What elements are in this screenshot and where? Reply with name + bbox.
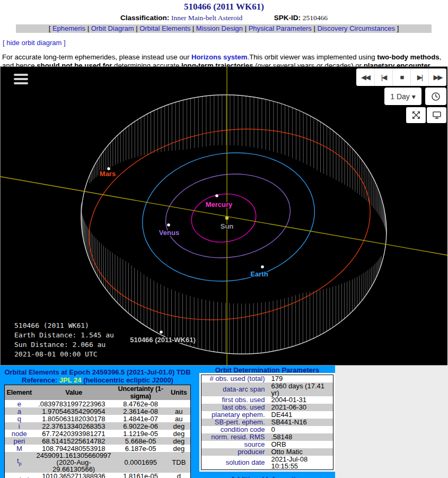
nav-link-mission-design[interactable]: Mission Design: [196, 24, 243, 32]
time-rate-dropdown[interactable]: 1 Day ▾: [384, 88, 421, 105]
element-name: peri: [5, 437, 34, 445]
nav-link-discovery-circumstances[interactable]: Discovery Circumstances: [317, 24, 395, 32]
parameter-label: first obs. used: [201, 396, 269, 404]
element-units: deg: [168, 437, 191, 445]
step-forward-button[interactable]: ▶|: [410, 68, 428, 86]
orbital-element-row: e.083978319972239638.4762e-08: [5, 400, 191, 407]
venus-label: Venus: [159, 229, 179, 237]
orbital-element-row: i22.376133402683536.9022e-06deg: [5, 422, 191, 430]
step-forward-icon: ▶|: [417, 73, 422, 81]
nav-link-orbit-diagram[interactable]: Orbit Diagram: [91, 24, 134, 32]
mars-label: Mars: [100, 170, 116, 178]
parameter-label: condition code: [201, 426, 269, 433]
orbit-determination-row: SB-pert. ephem.SB441-N16: [201, 419, 333, 426]
page-title: 510466 (2011 WK61): [0, 0, 448, 12]
element-uncertainty: 6.9022e-06: [114, 422, 168, 430]
nav-link-ephemeris[interactable]: Ephemeris: [52, 24, 85, 32]
hide-orbit-diagram-link[interactable]: [ hide orbit diagram ]: [3, 39, 66, 47]
monitor-icon: [432, 111, 442, 119]
orbital-elements-table: Element Value Uncertainty (1-sigma) Unit…: [4, 385, 191, 478]
sun-dot: [225, 216, 229, 220]
mercury-orbit-ellipse: [188, 190, 259, 246]
view-controls: [405, 107, 446, 123]
element-value: 1010.3652713889362.77: [34, 473, 114, 478]
column-header-value: Value: [34, 385, 114, 401]
step-back-button[interactable]: |◀: [374, 68, 392, 86]
orbit-determination-row: # obs. used (total)179: [201, 375, 333, 383]
canvas-info-line: 2021-08-01 00:00 UTC: [14, 350, 114, 359]
element-units: deg: [168, 430, 191, 437]
stop-button[interactable]: ■: [392, 68, 410, 86]
orbit-determination-column: Orbit Determination Parameters # obs. us…: [200, 366, 334, 478]
element-uncertainty: 5.668e-05: [114, 437, 168, 445]
fullscreen-button[interactable]: [406, 107, 426, 123]
element-value: 108.7942480553918: [34, 445, 114, 452]
mercury-dot: [215, 194, 218, 197]
element-uncertainty: 1.4841e-07: [114, 415, 168, 422]
element-uncertainty: 1.1219e-05: [114, 430, 168, 437]
bottom-section: Orbital Elements at Epoch 2459396.5 (202…: [0, 366, 448, 478]
orbit-diagram-canvas[interactable]: Sun Mercury Venus Earth Mars 510466 (201…: [0, 66, 447, 366]
orbital-elements-reference: Reference: JPL 24 (heliocentric ecliptic…: [4, 376, 191, 384]
orbit-diagram-svg[interactable]: Sun Mercury Venus Earth Mars 510466 (201…: [1, 67, 447, 365]
parameter-label: solution date: [201, 456, 269, 470]
element-value: .08397831997223963: [34, 400, 114, 407]
orbital-element-row: period1010.3652713889362.771.8161e-054.9…: [5, 473, 191, 478]
orbit-determination-row: first obs. used2004-01-31: [201, 396, 333, 404]
spkid-value: 2510466: [303, 14, 328, 22]
fast-rewind-button[interactable]: ◀◀: [356, 68, 374, 86]
orbital-elements-header-row: Element Value Uncertainty (1-sigma) Unit…: [5, 385, 191, 401]
venus-orbit-ellipse: [160, 166, 295, 265]
asteroid-label: 510466 (2011 WK61): [130, 336, 196, 344]
classification-line: Classification: Inner Main-belt Asteroid…: [0, 14, 448, 22]
element-uncertainty: 0.0001695: [114, 452, 168, 473]
notice-bold-text: two-body methods: [377, 53, 439, 61]
parameter-label: planetary ephem.: [201, 411, 269, 419]
classification-label: Classification:: [120, 14, 169, 22]
element-name: e: [5, 400, 34, 407]
parameter-value: SB441-N16: [269, 419, 333, 426]
column-header-uncertainty: Uncertainty (1-sigma): [114, 385, 168, 401]
orbit-determination-row: planetary ephem.DE441: [201, 411, 333, 419]
horizons-system-link[interactable]: Horizons system: [191, 53, 248, 61]
orbit-determination-table: # obs. used (total)179data-arc span6360 …: [201, 375, 333, 470]
element-uncertainty: 2.3614e-08: [114, 407, 168, 415]
orbit-determination-row: data-arc span6360 days (17.41 yr): [201, 383, 333, 396]
nav-link-physical-parameters[interactable]: Physical Parameters: [249, 24, 312, 32]
set-time-button[interactable]: [425, 88, 446, 105]
playback-controls: ◀◀ |◀ ■ ▶| ▶▶: [356, 68, 446, 86]
hide-orbit-diagram-wrapper: [ hide orbit diagram ]: [3, 39, 448, 47]
orbit-determination-row: sourceORB: [201, 441, 333, 448]
parameter-value: .58148: [269, 433, 333, 441]
element-value: 2459091.161305660997(2020-Aug-29.6613056…: [34, 452, 114, 473]
parameter-value: ORB: [269, 441, 333, 448]
fast-forward-icon: ▶▶: [434, 73, 442, 81]
jpl-solution-link[interactable]: JPL 24: [59, 376, 82, 384]
orbital-elements-column: Orbital Elements at Epoch 2459396.5 (202…: [4, 368, 191, 478]
clock-icon: [431, 92, 441, 101]
menu-hamburger-icon[interactable]: [14, 74, 28, 86]
parameter-value: Otto Matic: [269, 448, 333, 456]
parameter-value: 2021-Jul-08 10:15:55: [269, 456, 333, 470]
element-name: tp: [5, 452, 34, 473]
nav-link-orbital-elements[interactable]: Orbital Elements: [139, 24, 190, 32]
sun-label: Sun: [221, 222, 234, 230]
element-units: au: [168, 415, 191, 422]
element-units: au: [168, 407, 191, 415]
parameter-label: data-arc span: [201, 383, 269, 396]
asteroid-dot: [160, 331, 163, 334]
notice-text: .This orbit viewer was implemented using: [248, 53, 377, 61]
orbit-determination-row: solution date2021-Jul-08 10:15:55: [201, 456, 333, 470]
orbital-element-row: M108.79424805539186.187e-05deg: [5, 445, 191, 452]
element-units: dyr: [168, 473, 191, 478]
spkid-label: SPK-ID:: [274, 14, 301, 22]
earth-label: Earth: [250, 270, 268, 278]
fast-forward-button[interactable]: ▶▶: [428, 68, 446, 86]
canvas-info-line: Earth Distance: 1.545 au: [14, 331, 114, 340]
hamburger-bar: [14, 82, 28, 84]
display-settings-button[interactable]: [427, 107, 446, 123]
element-name: a: [5, 407, 34, 415]
section-nav-bar: [ Ephemeris | Orbit Diagram | Orbital El…: [16, 24, 432, 33]
playback-button-group: ◀◀ |◀ ■ ▶| ▶▶: [356, 68, 446, 86]
element-name: i: [5, 422, 34, 430]
